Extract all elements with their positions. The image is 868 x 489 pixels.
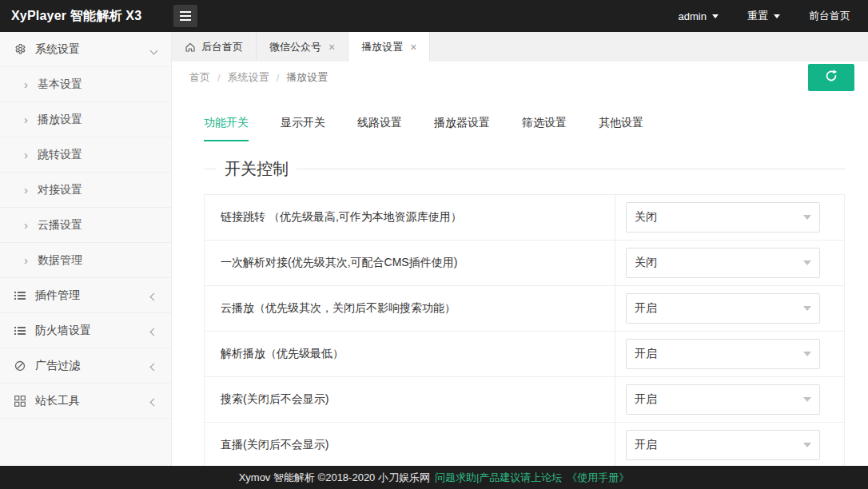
footer: Xymov 智能解析 ©2018-2020 小刀娱乐网 问题求助|产品建议请上论… [0, 466, 868, 489]
chevron-down-icon [803, 260, 811, 265]
page-tabstrip: 后台首页 微信公众号 × 播放设置 × [172, 32, 868, 62]
topbar: XyPlayer 智能解析 X3 admin 重置 前台首页 [0, 0, 868, 32]
tab-filter-settings[interactable]: 筛选设置 [522, 116, 567, 141]
chevron-right-icon: › [24, 78, 28, 90]
sidebar-item-redirect-settings[interactable]: › 跳转设置 [0, 137, 171, 173]
list-icon [14, 290, 35, 301]
refresh-icon [824, 69, 838, 86]
tab-play-settings[interactable]: 播放设置 × [348, 32, 430, 62]
tab-function-switch[interactable]: 功能开关 [204, 116, 249, 141]
tab-wechat[interactable]: 微信公众号 × [257, 32, 348, 62]
setting-control-cell: 开启 [615, 377, 844, 422]
chevron-left-icon [151, 289, 157, 302]
chevron-down-icon [803, 352, 811, 356]
search-select[interactable]: 开启 [626, 384, 820, 415]
sidebar-item-basic-settings[interactable]: › 基本设置 [0, 67, 171, 102]
main-panel: 后台首页 微信公众号 × 播放设置 × 首页 / 系统设置 / 播放设置 [172, 32, 868, 466]
settings-table: 链接跳转 （优先级最高,可作为本地资源库使用） 关闭 一次解析对接(优先级其次,… [204, 194, 845, 466]
breadcrumb-home[interactable]: 首页 [189, 70, 210, 85]
table-row: 搜索(关闭后不会显示) 开启 [205, 377, 844, 423]
footer-help-link[interactable]: 问题求助|产品建议请上论坛 [435, 471, 562, 485]
breadcrumb-system-settings[interactable]: 系统设置 [228, 70, 269, 85]
sidebar-item-ad-filter[interactable]: 广告过滤 [0, 348, 171, 384]
setting-control-cell: 开启 [615, 332, 844, 376]
sidebar-item-webmaster-tools[interactable]: 站长工具 [0, 384, 171, 419]
reset-menu[interactable]: 重置 [747, 9, 780, 23]
sidebar-item-play-settings[interactable]: › 播放设置 [0, 102, 171, 137]
sidebar-item-label: 防火墙设置 [35, 324, 91, 338]
gear-icon [14, 43, 35, 55]
setting-label: 云播放（优先级其次，关闭后不影响搜索功能） [205, 301, 615, 316]
tab-line-settings[interactable]: 线路设置 [357, 116, 402, 141]
cms-docking-select[interactable]: 关闭 [626, 248, 820, 278]
chevron-down-icon [803, 397, 811, 402]
hamburger-menu-icon[interactable] [173, 5, 197, 27]
table-row: 解析播放（优先级最低） 开启 [205, 332, 844, 377]
setting-control-cell: 关闭 [615, 241, 844, 285]
tab-dashboard[interactable]: 后台首页 [172, 32, 257, 62]
divider-line [204, 169, 845, 169]
setting-label: 解析播放（优先级最低） [205, 347, 615, 361]
footer-manual-link[interactable]: 《使用手册》 [567, 471, 629, 485]
breadcrumb: 首页 / 系统设置 / 播放设置 [189, 70, 328, 85]
circle-slash-icon [14, 360, 35, 372]
frontend-home-link[interactable]: 前台首页 [809, 9, 850, 23]
user-menu-label: admin [679, 10, 707, 22]
refresh-button[interactable] [808, 64, 854, 91]
chevron-right-icon: › [24, 254, 28, 266]
close-icon[interactable]: × [328, 42, 335, 53]
sidebar-item-label: 基本设置 [38, 78, 82, 92]
tab-display-switch[interactable]: 显示开关 [281, 116, 325, 141]
setting-control-cell: 开启 [615, 423, 844, 466]
tab-other-settings[interactable]: 其他设置 [599, 116, 643, 141]
table-row: 一次解析对接(优先级其次,可配合CMS插件使用) 关闭 [205, 241, 844, 286]
select-value: 关闭 [635, 256, 657, 270]
setting-control-cell: 开启 [615, 286, 844, 331]
chevron-right-icon: › [24, 149, 28, 161]
content-area: 功能开关 显示开关 线路设置 播放器设置 筛选设置 其他设置 开关控制 链接跳转… [172, 93, 868, 466]
sidebar-item-docking-settings[interactable]: › 对接设置 [0, 173, 171, 208]
chevron-right-icon: › [24, 219, 28, 231]
chevron-down-icon [803, 306, 811, 311]
parse-play-select[interactable]: 开启 [626, 339, 820, 369]
topbar-right: admin 重置 前台首页 [679, 9, 868, 23]
chevron-right-icon: › [24, 184, 28, 196]
tab-label: 微信公众号 [269, 40, 321, 54]
setting-label: 链接跳转 （优先级最高,可作为本地资源库使用） [205, 210, 615, 225]
breadcrumb-separator: / [277, 72, 280, 84]
table-row: 链接跳转 （优先级最高,可作为本地资源库使用） 关闭 [205, 195, 844, 241]
chevron-down-icon [151, 43, 157, 56]
setting-label: 搜索(关闭后不会显示) [205, 392, 615, 407]
select-value: 开启 [635, 301, 657, 316]
select-value: 开启 [635, 392, 657, 407]
cloud-play-select[interactable]: 开启 [626, 293, 820, 324]
live-select[interactable]: 开启 [626, 430, 820, 460]
breadcrumb-current: 播放设置 [286, 70, 328, 85]
chevron-left-icon [151, 324, 157, 337]
section-divider: 开关控制 [204, 159, 845, 178]
sidebar-item-cloudplay-settings[interactable]: › 云播设置 [0, 208, 171, 243]
sidebar-item-system-settings[interactable]: 系统设置 [0, 32, 171, 67]
tab-player-settings[interactable]: 播放器设置 [434, 116, 490, 141]
select-value: 开启 [635, 438, 657, 452]
sidebar-item-label: 播放设置 [38, 113, 82, 127]
select-value: 关闭 [635, 210, 657, 225]
sidebar-item-label: 数据管理 [38, 253, 82, 268]
sidebar-item-data-management[interactable]: › 数据管理 [0, 243, 171, 278]
select-value: 开启 [635, 347, 657, 361]
breadcrumb-row: 首页 / 系统设置 / 播放设置 [172, 62, 868, 93]
caret-down-icon [774, 14, 780, 18]
link-redirect-select[interactable]: 关闭 [626, 202, 820, 233]
sidebar-item-label: 对接设置 [38, 183, 82, 197]
breadcrumb-separator: / [217, 72, 221, 84]
sidebar-item-plugin-management[interactable]: 插件管理 [0, 278, 171, 313]
app-logo: XyPlayer 智能解析 X3 [0, 8, 172, 25]
sidebar-item-firewall-settings[interactable]: 防火墙设置 [0, 313, 171, 348]
tab-label: 播放设置 [361, 40, 403, 54]
close-icon[interactable]: × [410, 42, 416, 53]
home-icon [185, 42, 196, 53]
setting-label: 直播(关闭后不会显示) [205, 438, 615, 452]
setting-label: 一次解析对接(优先级其次,可配合CMS插件使用) [205, 256, 615, 270]
user-menu[interactable]: admin [679, 10, 719, 22]
sidebar: 系统设置 › 基本设置 › 播放设置 › 跳转设置 › 对接设置 › 云播设置 … [0, 32, 172, 466]
